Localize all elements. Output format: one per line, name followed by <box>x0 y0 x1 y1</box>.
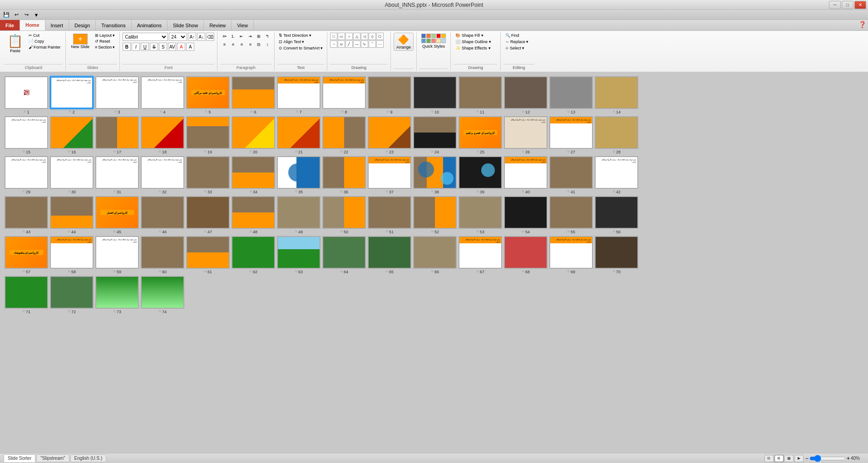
replace-button[interactable]: ↔ Replace▾ <box>503 39 530 44</box>
list-item[interactable]: ☆23 <box>368 116 411 154</box>
redo-qa-button[interactable]: ↪ <box>22 11 31 19</box>
list-item[interactable]: ☆68 <box>504 236 547 274</box>
bold-button[interactable]: B <box>123 43 131 51</box>
list-item[interactable]: ☆19 <box>186 116 230 154</box>
clear-format-button[interactable]: ⌫ <box>206 33 214 41</box>
shape-effects-button[interactable]: ✨ Shape Effects▾ <box>454 45 493 51</box>
list-item[interactable]: ☆36 <box>322 156 366 194</box>
list-item[interactable]: ☆63 <box>277 236 321 274</box>
list-item[interactable]: ☆13 <box>549 76 593 114</box>
list-item[interactable]: ☆70 <box>595 236 638 274</box>
list-item[interactable]: ☆21 <box>277 116 321 154</box>
shape-outline-button[interactable]: ⬜ Shape Outline▾ <box>454 39 493 44</box>
list-item[interactable]: كاروانسراي قصرو براهيم☆25 <box>459 116 502 154</box>
slide-sorter[interactable]: ﷽☆1متن نمونه برای اسلاید ارائه درباره کا… <box>0 72 868 453</box>
list-item[interactable]: ☆64 <box>322 236 366 274</box>
list-item[interactable]: ☆51 <box>368 196 411 234</box>
list-item[interactable]: ☆6 <box>232 76 275 114</box>
cut-button[interactable]: ✂ Cut <box>27 33 63 38</box>
tab-review[interactable]: Review <box>204 20 232 30</box>
normal-view-button[interactable]: ⊟ <box>764 455 774 462</box>
font-color-button[interactable]: A <box>177 43 185 51</box>
list-item[interactable]: ☆55 <box>549 196 593 234</box>
copy-button[interactable]: 📄 Copy <box>27 39 63 44</box>
shape-rounded-rect[interactable]: ▭ <box>338 33 345 40</box>
list-item[interactable]: ☆43 <box>5 196 48 234</box>
list-item[interactable]: متن نمونه برای اسلاید ارائه درباره کاروا… <box>95 156 139 194</box>
arrange-button[interactable]: 🔶 Arrange <box>394 33 414 51</box>
list-item[interactable]: ☆9 <box>368 76 411 114</box>
list-item[interactable]: كاروانسراي قلعه مرگكي☆5 <box>186 76 230 114</box>
list-item[interactable]: ☆28 <box>595 116 638 154</box>
font-name-select[interactable]: Calibri <box>123 33 168 41</box>
strikethrough-button[interactable]: S <box>150 43 158 51</box>
bullets-button[interactable]: ≡• <box>220 33 228 40</box>
tab-file[interactable]: File <box>0 20 20 30</box>
tab-slideshow[interactable]: Slide Show <box>168 20 204 30</box>
list-item[interactable]: ☆66 <box>413 236 457 274</box>
line-spacing-button[interactable]: ↕ <box>263 41 271 48</box>
list-item[interactable]: ☆33 <box>186 156 230 194</box>
shape-rect[interactable]: □ <box>330 33 337 40</box>
tab-animations[interactable]: Animations <box>132 20 168 30</box>
increase-indent-button[interactable]: ⇥ <box>246 33 254 40</box>
shape-right-triangle[interactable]: ◁ <box>361 33 368 40</box>
tab-design[interactable]: Design <box>69 20 96 30</box>
list-item[interactable]: متن نمونه برای اسلاید ارائه درباره کاروا… <box>95 236 139 274</box>
zoom-out-button[interactable]: − <box>805 455 809 462</box>
list-item[interactable]: ☆73 <box>95 276 139 314</box>
list-item[interactable]: ☆12 <box>504 76 547 114</box>
new-slide-button[interactable]: + New Slide <box>69 33 93 50</box>
maximize-button[interactable]: □ <box>842 1 853 9</box>
shadow-button[interactable]: S <box>159 43 167 51</box>
list-item[interactable]: ☆60 <box>141 236 184 274</box>
list-item[interactable]: ☆61 <box>186 236 230 274</box>
list-item[interactable]: ☆47 <box>186 196 230 234</box>
list-item[interactable]: ☆41 <box>549 156 593 194</box>
tab-transitions[interactable]: Transitions <box>96 20 131 30</box>
decrease-font-button[interactable]: A↓ <box>197 33 205 41</box>
list-item[interactable]: ☆38 <box>413 156 457 194</box>
list-item[interactable]: متن نمونه برای اسلاید ارائه درباره کاروا… <box>95 76 139 114</box>
layout-button[interactable]: ⊞ Layout▾ <box>93 33 117 38</box>
list-item[interactable]: ☆74 <box>141 276 184 314</box>
help-icon[interactable]: ❓ <box>858 21 866 28</box>
shape-pentagon[interactable]: ⬠ <box>376 33 384 40</box>
tab-insert[interactable]: Insert <box>45 20 69 30</box>
shape-line[interactable]: — <box>353 40 360 48</box>
reset-button[interactable]: ↺ Reset <box>93 39 117 44</box>
list-item[interactable]: متن نمونه برای اسلاید ارائه درباره کاروا… <box>504 156 547 194</box>
rtl-button[interactable]: ↰ <box>263 33 271 40</box>
slide-sorter-view-button[interactable]: ⊞ <box>774 455 784 462</box>
tab-view[interactable]: View <box>232 20 254 30</box>
zoom-in-button[interactable]: + <box>847 455 850 462</box>
shape-connector[interactable]: ╱ <box>345 40 353 48</box>
shape-oval[interactable]: ○ <box>345 33 353 40</box>
list-item[interactable]: متن نمونه برای اسلاید ارائه درباره کاروا… <box>5 156 48 194</box>
shape-arc[interactable]: ⌒ <box>369 40 376 48</box>
list-item[interactable]: ☆53 <box>459 196 502 234</box>
paste-button[interactable]: 📋 Paste <box>5 33 26 54</box>
shape-triangle[interactable]: △ <box>353 33 360 40</box>
list-item[interactable]: متن نمونه برای اسلاید ارائه درباره کاروا… <box>459 236 502 274</box>
find-button[interactable]: 🔍 Find <box>503 33 521 38</box>
list-item[interactable]: متن نمونه برای اسلاید ارائه درباره کاروا… <box>322 76 366 114</box>
list-item[interactable]: متن نمونه برای اسلاید ارائه درباره کاروا… <box>50 76 94 114</box>
list-item[interactable]: ☆16 <box>50 116 94 154</box>
slide-sorter-tab[interactable]: Slide Sorter <box>4 454 35 462</box>
list-item[interactable]: متن نمونه برای اسلاید ارائه درباره کاروا… <box>549 236 593 274</box>
list-item[interactable]: متن نمونه برای اسلاید ارائه درباره کاروا… <box>277 76 321 114</box>
tab-home[interactable]: Home <box>20 20 45 30</box>
underline-button[interactable]: U <box>141 43 149 51</box>
decrease-indent-button[interactable]: ⇤ <box>237 33 246 40</box>
increase-font-button[interactable]: A↑ <box>188 33 196 41</box>
language-tab[interactable]: English (U.S.) <box>70 454 107 462</box>
list-item[interactable]: ☆34 <box>232 156 275 194</box>
list-item[interactable]: ☆72 <box>50 276 94 314</box>
convert-smartart-button[interactable]: ⊙ Convert to SmartArt▾ <box>277 45 324 51</box>
customize-qa-button[interactable]: ▼ <box>32 11 41 19</box>
highlight-button[interactable]: A <box>186 43 194 51</box>
justify-button[interactable]: ≡ <box>246 41 254 48</box>
shape-curve[interactable]: ∪ <box>338 40 345 48</box>
list-item[interactable]: متن نمونه برای اسلاید ارائه درباره کاروا… <box>50 236 94 274</box>
